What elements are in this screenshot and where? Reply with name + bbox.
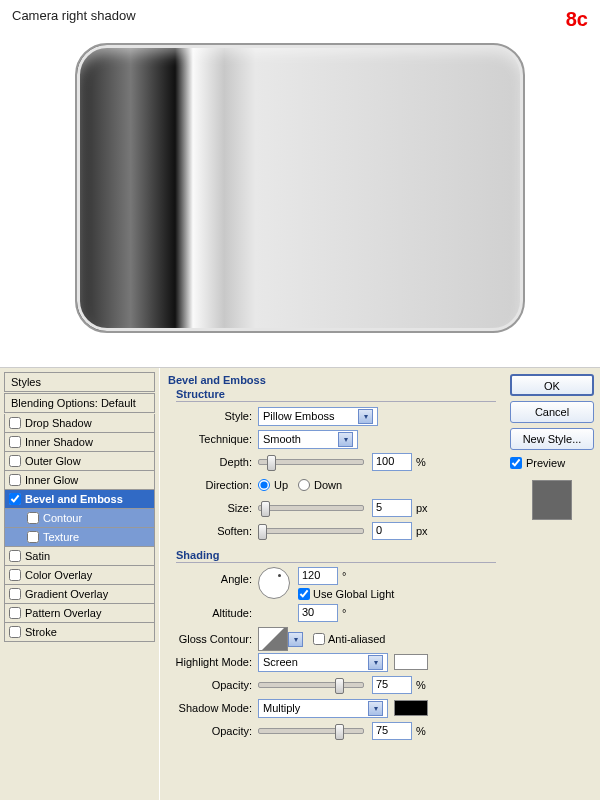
style-item-label: Drop Shadow — [25, 417, 92, 429]
depth-label: Depth: — [168, 456, 258, 468]
styles-header[interactable]: Styles — [4, 372, 155, 392]
technique-label: Technique: — [168, 433, 258, 445]
chevron-down-icon: ▾ — [368, 655, 383, 670]
style-item-label: Contour — [43, 512, 82, 524]
size-unit: px — [416, 502, 428, 514]
shadow-color-swatch[interactable] — [394, 700, 428, 716]
style-checkbox[interactable] — [27, 531, 39, 543]
chevron-down-icon: ▾ — [338, 432, 353, 447]
style-item-label: Color Overlay — [25, 569, 92, 581]
style-checkbox[interactable] — [9, 436, 21, 448]
size-input[interactable]: 5 — [372, 499, 412, 517]
chevron-down-icon: ▾ — [358, 409, 373, 424]
style-item-label: Bevel and Emboss — [25, 493, 123, 505]
shadow-opacity-label: Opacity: — [168, 725, 258, 737]
gloss-contour-picker[interactable] — [258, 627, 288, 651]
layer-preview-image — [75, 43, 525, 333]
highlight-opacity-label: Opacity: — [168, 679, 258, 691]
preview-checkbox[interactable]: Preview — [510, 457, 594, 469]
style-item-contour[interactable]: Contour — [4, 509, 155, 528]
global-light-checkbox[interactable]: Use Global Light — [298, 588, 394, 600]
panel-title: Bevel and Emboss — [168, 374, 496, 386]
shadow-opacity-input[interactable]: 75 — [372, 722, 412, 740]
style-checkbox[interactable] — [9, 569, 21, 581]
shadow-opacity-slider[interactable] — [258, 728, 364, 734]
style-item-bevel-and-emboss[interactable]: Bevel and Emboss — [4, 490, 155, 509]
soften-unit: px — [416, 525, 428, 537]
angle-dial[interactable] — [258, 567, 290, 599]
style-checkbox[interactable] — [9, 474, 21, 486]
chevron-down-icon: ▾ — [368, 701, 383, 716]
shadow-mode-dropdown[interactable]: Multiply ▾ — [258, 699, 388, 718]
preview-panel: Camera right shadow 8c — [0, 0, 600, 368]
layer-style-dialog: Styles Blending Options: Default Drop Sh… — [0, 368, 600, 800]
style-item-outer-glow[interactable]: Outer Glow — [4, 452, 155, 471]
style-item-color-overlay[interactable]: Color Overlay — [4, 566, 155, 585]
angle-input[interactable]: 120 — [298, 567, 338, 585]
angle-label: Angle: — [168, 567, 258, 585]
preview-swatch — [532, 480, 572, 520]
style-checkbox[interactable] — [9, 417, 21, 429]
style-item-inner-glow[interactable]: Inner Glow — [4, 471, 155, 490]
highlight-color-swatch[interactable] — [394, 654, 428, 670]
highlight-opacity-input[interactable]: 75 — [372, 676, 412, 694]
size-label: Size: — [168, 502, 258, 514]
soften-input[interactable]: 0 — [372, 522, 412, 540]
style-checkbox[interactable] — [9, 550, 21, 562]
style-checkbox[interactable] — [9, 607, 21, 619]
structure-heading: Structure — [176, 388, 496, 402]
soften-label: Soften: — [168, 525, 258, 537]
dialog-buttons: OK Cancel New Style... Preview — [504, 368, 600, 800]
style-checkbox[interactable] — [9, 588, 21, 600]
gloss-contour-label: Gloss Contour: — [168, 633, 258, 645]
styles-list-panel: Styles Blending Options: Default Drop Sh… — [0, 368, 160, 800]
style-value: Pillow Emboss — [263, 410, 335, 422]
highlight-mode-label: Highlight Mode: — [168, 656, 258, 668]
style-item-label: Gradient Overlay — [25, 588, 108, 600]
highlight-mode-dropdown[interactable]: Screen ▾ — [258, 653, 388, 672]
altitude-label: Altitude: — [168, 607, 258, 619]
shadow-mode-label: Shadow Mode: — [168, 702, 258, 714]
altitude-input[interactable]: 30 — [298, 604, 338, 622]
style-checkbox[interactable] — [9, 626, 21, 638]
page-title: Camera right shadow — [12, 8, 136, 23]
technique-dropdown[interactable]: Smooth ▾ — [258, 430, 358, 449]
step-badge: 8c — [566, 8, 588, 31]
style-dropdown[interactable]: Pillow Emboss ▾ — [258, 407, 378, 426]
style-item-label: Inner Glow — [25, 474, 78, 486]
style-checkbox[interactable] — [9, 455, 21, 467]
style-item-pattern-overlay[interactable]: Pattern Overlay — [4, 604, 155, 623]
blending-options-item[interactable]: Blending Options: Default — [4, 393, 155, 413]
direction-label: Direction: — [168, 479, 258, 491]
style-item-label: Inner Shadow — [25, 436, 93, 448]
style-item-inner-shadow[interactable]: Inner Shadow — [4, 433, 155, 452]
soften-slider[interactable] — [258, 528, 364, 534]
depth-unit: % — [416, 456, 426, 468]
style-item-satin[interactable]: Satin — [4, 547, 155, 566]
highlight-opacity-slider[interactable] — [258, 682, 364, 688]
style-item-drop-shadow[interactable]: Drop Shadow — [4, 414, 155, 433]
size-slider[interactable] — [258, 505, 364, 511]
altitude-unit: ° — [342, 607, 346, 619]
ok-button[interactable]: OK — [510, 374, 594, 396]
style-item-stroke[interactable]: Stroke — [4, 623, 155, 642]
style-checkbox[interactable] — [27, 512, 39, 524]
antialiased-checkbox[interactable]: Anti-aliased — [313, 633, 385, 645]
style-item-label: Stroke — [25, 626, 57, 638]
chevron-down-icon[interactable]: ▾ — [288, 632, 303, 647]
new-style-button[interactable]: New Style... — [510, 428, 594, 450]
cancel-button[interactable]: Cancel — [510, 401, 594, 423]
depth-slider[interactable] — [258, 459, 364, 465]
style-item-texture[interactable]: Texture — [4, 528, 155, 547]
direction-up-radio[interactable]: Up — [258, 479, 288, 491]
style-checkbox[interactable] — [9, 493, 21, 505]
direction-down-radio[interactable]: Down — [298, 479, 342, 491]
style-item-label: Texture — [43, 531, 79, 543]
style-item-label: Satin — [25, 550, 50, 562]
angle-unit: ° — [342, 570, 346, 582]
bevel-emboss-panel: Bevel and Emboss Structure Style: Pillow… — [160, 368, 504, 800]
shading-heading: Shading — [176, 549, 496, 563]
style-item-label: Outer Glow — [25, 455, 81, 467]
style-item-gradient-overlay[interactable]: Gradient Overlay — [4, 585, 155, 604]
depth-input[interactable]: 100 — [372, 453, 412, 471]
